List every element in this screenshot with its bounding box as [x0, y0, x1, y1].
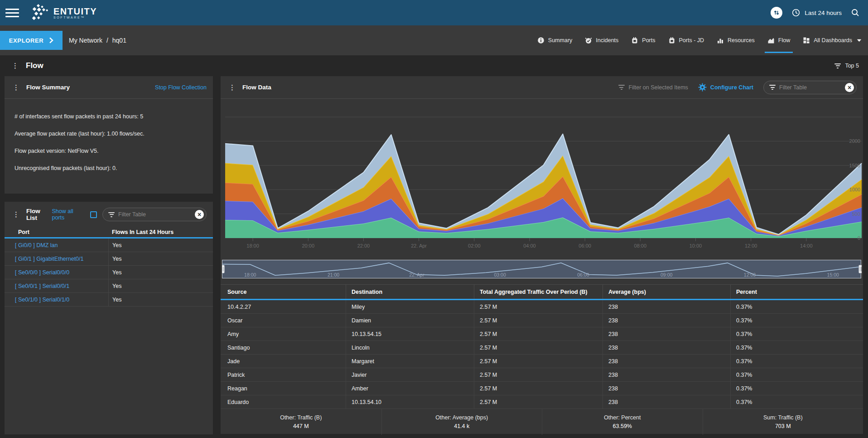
- x-tick-label: 08:00: [634, 243, 647, 248]
- y-tick-label: 0: [858, 235, 860, 241]
- x-tick-label: 22:00: [357, 243, 370, 248]
- flow-data-panel: ⋮ Flow Data Filter on Selected Items: [221, 76, 863, 434]
- table-row[interactable]: Eduardo10.13.54.102.57 M2380.37%: [221, 395, 863, 409]
- entuity-logo: ENTUITY SOFTWARE™: [29, 4, 97, 22]
- table-cell: Amy: [221, 327, 346, 341]
- flow-list-column-headers: Port Flows In Last 24 Hours: [5, 227, 213, 237]
- clear-filter-icon[interactable]: ×: [195, 210, 204, 219]
- column-header[interactable]: Total Aggregated Traffic Over Period (B): [474, 285, 603, 299]
- filter-on-selected-items[interactable]: Filter on Selected Items: [618, 84, 688, 91]
- footer-label: Sum: Traffic (B): [763, 414, 803, 421]
- port-link[interactable]: [ Se0/0/0 ] Serial0/0/0: [5, 269, 108, 276]
- table-cell: 0.37%: [730, 368, 863, 381]
- table-cell: 2.57 M: [474, 395, 603, 409]
- top-bar: ENTUITY SOFTWARE™ Last 24 hours: [0, 0, 868, 25]
- table-cell: 0.37%: [730, 382, 863, 395]
- flow-list-kebab-icon[interactable]: ⋮: [13, 211, 19, 218]
- filter-icon: [618, 85, 625, 90]
- tab-resources[interactable]: Resources: [717, 25, 755, 55]
- configure-chart-button[interactable]: Configure Chart: [698, 83, 753, 92]
- footer-label: Other: Percent: [604, 414, 641, 421]
- flow-data-table-header: SourceDestinationTotal Aggregated Traffi…: [221, 284, 863, 299]
- flow-data-table: SourceDestinationTotal Aggregated Traffi…: [221, 284, 863, 435]
- flow-list-filter: ×: [102, 208, 207, 221]
- tab-label: Ports - JD: [679, 37, 704, 44]
- time-range-selector[interactable]: Last 24 hours: [791, 8, 842, 17]
- table-cell: 2.57 M: [474, 355, 603, 368]
- table-row[interactable]: SantiagoLincoln2.57 M2380.37%: [221, 341, 863, 355]
- table-cell: 0.37%: [730, 395, 863, 409]
- stop-flow-collection-link[interactable]: Stop Flow Collection: [155, 84, 207, 91]
- tab-ports-jd[interactable]: Ports - JD: [668, 25, 704, 55]
- table-cell: 2.57 M: [474, 341, 603, 354]
- footer-summary-cell: Other: Average (bps)41.4 k: [381, 409, 542, 435]
- time-range-brush-chart[interactable]: 18:0021:0022. Apr03:0006:0009:0012:0015:…: [222, 260, 862, 278]
- clear-filter-icon[interactable]: ×: [845, 83, 854, 92]
- footer-value: 63.59%: [613, 423, 632, 429]
- table-row[interactable]: PatrickJavier2.57 M2380.37%: [221, 368, 863, 382]
- gear-icon: [698, 83, 707, 92]
- flow-summary-body: # of interfaces sent flow packets in pas…: [5, 99, 213, 171]
- flow-data-filter: ×: [763, 81, 857, 94]
- flow-data-filter-input[interactable]: [779, 84, 841, 91]
- explorer-label: EXPLORER: [9, 37, 43, 44]
- flow-stacked-area-chart[interactable]: 18:0020:0022:0022. Apr02:0004:0006:0008:…: [221, 99, 863, 253]
- port-link[interactable]: [ Se0/1/0 ] Serial0/1/0: [5, 297, 108, 303]
- table-row[interactable]: ReaganAmber2.57 M2380.37%: [221, 382, 863, 395]
- column-header[interactable]: Percent: [730, 285, 863, 299]
- top-n-filter[interactable]: Top 5: [834, 63, 859, 69]
- table-row[interactable]: OscarDamien2.57 M2380.37%: [221, 314, 863, 327]
- hamburger-menu-icon[interactable]: [5, 9, 19, 17]
- search-icon[interactable]: [851, 8, 860, 17]
- x-tick-label: 02:00: [468, 243, 481, 248]
- table-cell: 2.57 M: [474, 314, 603, 327]
- entuity-app: ENTUITY SOFTWARE™ Last 24 hours: [0, 0, 868, 438]
- footer-summary-cell: Other: Percent63.59%: [542, 409, 703, 435]
- column-header-flows[interactable]: Flows In Last 24 Hours: [108, 229, 213, 235]
- table-cell: 10.13.54.15: [346, 327, 474, 341]
- port-link[interactable]: [ Gi0/1 ] GigabitEthernet0/1: [5, 256, 108, 262]
- table-cell: 2.57 M: [474, 300, 603, 313]
- table-row[interactable]: Amy10.13.54.152.57 M2380.37%: [221, 327, 863, 341]
- tab-summary[interactable]: Summary: [537, 25, 572, 55]
- flow-list-rows: [ Gi0/0 ] DMZ lanYes[ Gi0/1 ] GigabitEth…: [5, 238, 213, 307]
- port-link[interactable]: [ Gi0/0 ] DMZ lan: [5, 242, 108, 248]
- flow-data-title: Flow Data: [242, 84, 271, 91]
- tab-all-dashboards[interactable]: All Dashboards: [803, 25, 862, 55]
- column-header[interactable]: Source: [221, 285, 346, 299]
- ports-icon: [631, 37, 638, 44]
- table-cell: Jade: [221, 355, 346, 368]
- table-cell: 0.37%: [730, 355, 863, 368]
- show-all-ports-checkbox[interactable]: [90, 211, 97, 218]
- table-cell: Damien: [346, 314, 474, 327]
- brush-handle-left[interactable]: [222, 265, 225, 273]
- sort-arrows-button[interactable]: [771, 7, 782, 19]
- filter-icon: [769, 85, 776, 90]
- footer-value: 41.4 k: [454, 423, 469, 429]
- flow-data-kebab-icon[interactable]: ⋮: [229, 84, 236, 91]
- flow-summary-kebab-icon[interactable]: ⋮: [13, 84, 19, 91]
- table-cell: 238: [603, 368, 730, 381]
- flow-list-filter-input[interactable]: [118, 211, 191, 218]
- top-n-label: Top 5: [845, 63, 859, 69]
- show-all-ports-label[interactable]: Show all ports: [52, 208, 87, 221]
- flow-list-row: [ Gi0/1 ] GigabitEthernet0/1Yes: [5, 252, 213, 266]
- breadcrumb-parent[interactable]: My Network: [69, 37, 102, 44]
- tab-ports[interactable]: Ports: [631, 25, 655, 55]
- column-header[interactable]: Destination: [346, 285, 474, 299]
- brush-handle-right[interactable]: [859, 265, 862, 273]
- page-kebab-menu-icon[interactable]: ⋮: [12, 63, 19, 69]
- brush-tick-label: 15:00: [827, 272, 839, 277]
- tab-flow[interactable]: Flow: [767, 25, 790, 55]
- column-header-port[interactable]: Port: [5, 229, 108, 235]
- table-row[interactable]: JadeMargaret2.57 M2380.37%: [221, 355, 863, 368]
- tab-incidents[interactable]: Incidents: [585, 25, 618, 55]
- column-header[interactable]: Average (bps): [603, 285, 730, 299]
- explorer-button[interactable]: EXPLORER: [0, 31, 63, 50]
- chevron-right-icon: [49, 37, 53, 44]
- table-cell: 238: [603, 327, 730, 341]
- port-link[interactable]: [ Se0/0/1 ] Serial0/0/1: [5, 283, 108, 289]
- table-row[interactable]: 10.4.2.27Miley2.57 M2380.37%: [221, 300, 863, 314]
- breadcrumb-current[interactable]: hq01: [112, 37, 126, 44]
- filter-icon: [834, 63, 841, 68]
